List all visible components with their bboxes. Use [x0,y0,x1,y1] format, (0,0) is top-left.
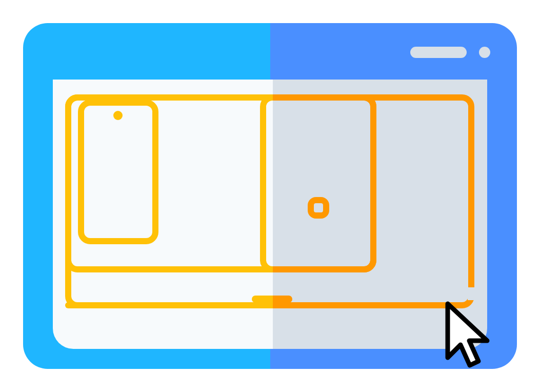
content-bg-left [53,80,273,349]
cursor-pointer-icon [440,299,496,376]
window-control-pill[interactable] [410,47,467,58]
window-control-dot[interactable] [479,47,490,58]
content-area [53,80,487,349]
